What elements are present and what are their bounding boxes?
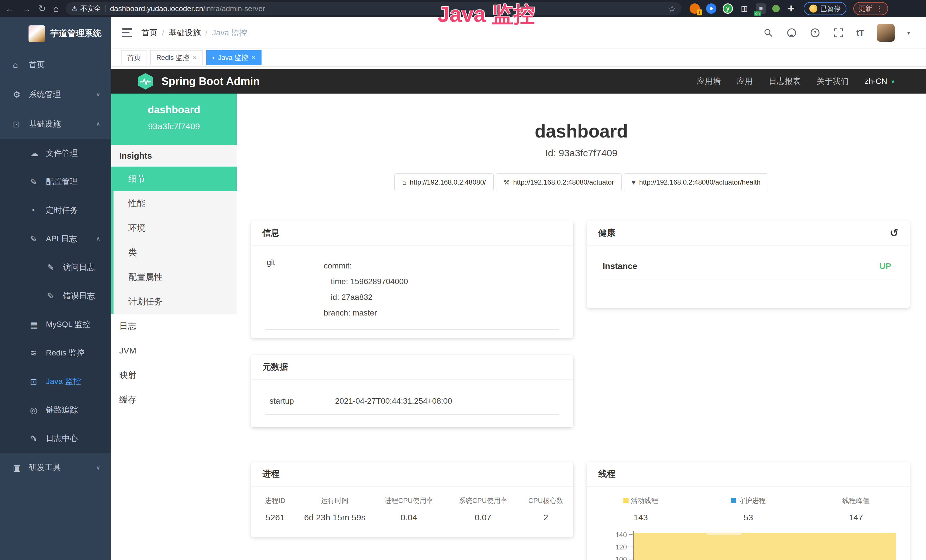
sba-nav-journal[interactable]: 日志报表: [769, 76, 801, 87]
sba-nav-applications[interactable]: 应用: [737, 76, 753, 87]
sidebar-item-home[interactable]: ⌂ 首页: [0, 50, 111, 80]
hamburger-icon[interactable]: [122, 28, 132, 37]
pin-extension-icon[interactable]: [706, 3, 716, 14]
live-threads-area: [634, 533, 896, 560]
sba-item-classes[interactable]: 类: [113, 240, 237, 265]
puzzle-extensions-icon[interactable]: ✚: [786, 3, 796, 14]
avatar-caret-icon[interactable]: ▾: [907, 29, 910, 36]
sba-item-environment[interactable]: 环境: [113, 216, 237, 240]
github-icon[interactable]: [786, 27, 797, 38]
home-icon[interactable]: ⌂: [53, 4, 59, 13]
help-icon[interactable]: ?: [809, 27, 820, 38]
briefcase-icon: ▣: [13, 463, 29, 473]
legend-label: 守护进程: [738, 496, 766, 505]
sba-item-scheduled-tasks[interactable]: 计划任务: [113, 289, 237, 314]
fullscreen-icon[interactable]: [833, 27, 844, 38]
profile-paused-badge[interactable]: 已暂停: [803, 2, 846, 15]
stat-value: 5261: [251, 513, 300, 522]
header-actions: ? tT ▾: [763, 24, 926, 42]
sba-brand[interactable]: Spring Boot Admin: [136, 72, 260, 91]
sidebar-item-redis-monitor[interactable]: ≋ Redis 监控: [0, 339, 111, 367]
leaf-extension-icon[interactable]: [772, 5, 780, 12]
sba-item-logs[interactable]: 日志: [111, 314, 237, 338]
tab-label: Redis 监控: [156, 53, 189, 62]
font-size-icon[interactable]: tT: [856, 28, 864, 38]
health-instance-row[interactable]: Instance UP: [587, 245, 910, 271]
sba-item-config-props[interactable]: 配置属性: [113, 265, 237, 289]
sba-nav-wallboard[interactable]: 应用墙: [697, 76, 721, 87]
stat-label: 系统CPU使用率: [448, 496, 519, 505]
sba-nav-about[interactable]: 关于我们: [817, 76, 849, 87]
actuator-url-link[interactable]: ⚒ http://192.168.0.2:48080/actuator: [496, 173, 622, 191]
sidebar-item-config-mgmt[interactable]: ✎ 配置管理: [0, 168, 111, 196]
sba-item-metrics[interactable]: 性能: [113, 191, 237, 216]
instance-links: ⌂ http://192.168.0.2:48080/ ⚒ http://192…: [237, 173, 926, 191]
sba-instance-block[interactable]: dashboard 93a3fc7f7409: [111, 94, 237, 145]
sba-nav: 应用墙 应用 日志报表 关于我们 zh-CN ∨: [697, 76, 926, 87]
sidebar-item-infrastructure[interactable]: ⊡ 基础设施 ∧: [0, 109, 111, 139]
url-bar[interactable]: ⚠ 不安全 dashboard.yudao.iocoder.cn /infra/…: [66, 2, 682, 15]
tab-redis-monitor[interactable]: Redis 监控 ×: [150, 50, 203, 65]
sidebar-item-scheduled-jobs[interactable]: ◔ 定时任务: [0, 196, 111, 224]
sba-frame: Spring Boot Admin 应用墙 应用 日志报表 关于我们 zh-CN…: [111, 67, 926, 560]
history-icon[interactable]: ↺: [890, 227, 898, 239]
search-icon[interactable]: [763, 27, 774, 38]
tab-java-monitor[interactable]: ● Java 监控 ×: [206, 50, 262, 65]
url-host: dashboard.yudao.iocoder.cn: [110, 4, 203, 13]
close-icon[interactable]: ×: [251, 54, 256, 62]
grid-extension-icon[interactable]: ⊞: [739, 3, 749, 14]
sba-item-caches[interactable]: 缓存: [111, 387, 237, 412]
tab-home[interactable]: 首页: [121, 50, 147, 65]
sidebar-item-label: 访问日志: [63, 262, 95, 273]
sidebar-item-system-mgmt[interactable]: ⚙ 系统管理 ∨: [0, 80, 111, 109]
user-avatar[interactable]: [877, 24, 895, 42]
sidebar-item-java-monitor[interactable]: ⊡ Java 监控: [0, 367, 111, 396]
git-branch-line: branch: master: [324, 305, 408, 321]
bookmark-star-icon[interactable]: ☆: [668, 4, 676, 14]
back-icon[interactable]: ←: [5, 4, 14, 13]
reload-icon[interactable]: ↻: [38, 4, 46, 13]
divider: [265, 414, 559, 415]
y-tickmark: [629, 546, 632, 547]
monitor-icon: ⊡: [13, 119, 29, 129]
threads-legend: 活动线程 143 守护进程 53 线程峰值 147: [587, 486, 910, 522]
forward-icon[interactable]: →: [22, 4, 31, 13]
active-dot-icon: ●: [212, 55, 215, 60]
health-url-link[interactable]: ♥ http://192.168.0.2:48080/actuator/heal…: [624, 173, 768, 191]
breadcrumb-current: Java 监控: [212, 27, 247, 38]
breadcrumb-infrastructure[interactable]: 基础设施: [169, 27, 201, 38]
sidebar-item-dev-tools[interactable]: ▣ 研发工具 ∨: [0, 453, 111, 483]
sidebar-item-tracing[interactable]: ◎ 链路追踪: [0, 396, 111, 424]
monitor-icon: ⊡: [30, 377, 46, 387]
sidebar-item-mysql-monitor[interactable]: ▤ MySQL 监控: [0, 310, 111, 339]
sba-locale-select[interactable]: zh-CN ∨: [865, 77, 895, 86]
sidebar-item-access-logs[interactable]: ✎ 访问日志: [0, 253, 111, 282]
card-metadata-title: 元数据: [251, 355, 573, 380]
chevron-up-icon: ∧: [96, 120, 100, 128]
sba-item-mappings[interactable]: 映射: [111, 363, 237, 387]
browser-nav: ← → ↻ ⌂: [5, 4, 59, 13]
browser-menu-icon[interactable]: ⋮: [876, 4, 883, 13]
y-tick-140: 140: [590, 531, 627, 538]
sidebar-item-label: 研发工具: [29, 462, 61, 473]
sidebar-item-label: 链路追踪: [46, 404, 78, 415]
sba-item-details[interactable]: 细节: [111, 166, 237, 191]
sba-item-jvm[interactable]: JVM: [111, 338, 237, 363]
breadcrumb-home[interactable]: 首页: [141, 27, 157, 38]
tab-label: Java 监控: [218, 53, 248, 62]
svg-text:?: ?: [814, 30, 817, 36]
extension-badge: 1: [697, 9, 702, 15]
y-tick-100: 100: [590, 556, 627, 560]
sidebar-item-api-logs[interactable]: ✎ API 日志 ∧: [0, 224, 111, 253]
extension-refresh-icon[interactable]: 1: [690, 3, 700, 14]
sidebar-item-error-logs[interactable]: ✎ 错误日志: [0, 282, 111, 310]
chrome-update-button[interactable]: 更新 ⋮: [853, 2, 888, 15]
sidebar-item-label: 日志中心: [46, 433, 78, 444]
sidebar-item-label: 首页: [29, 59, 45, 70]
y-extension-icon[interactable]: y: [723, 3, 733, 14]
service-url-link[interactable]: ⌂ http://192.168.0.2:48080/: [394, 173, 493, 191]
sidebar-item-file-mgmt[interactable]: ☁ 文件管理: [0, 139, 111, 168]
tampermonkey-extension-icon[interactable]: ≡on: [756, 3, 766, 14]
close-icon[interactable]: ×: [193, 54, 197, 62]
sidebar-item-log-center[interactable]: ✎ 日志中心: [0, 424, 111, 453]
